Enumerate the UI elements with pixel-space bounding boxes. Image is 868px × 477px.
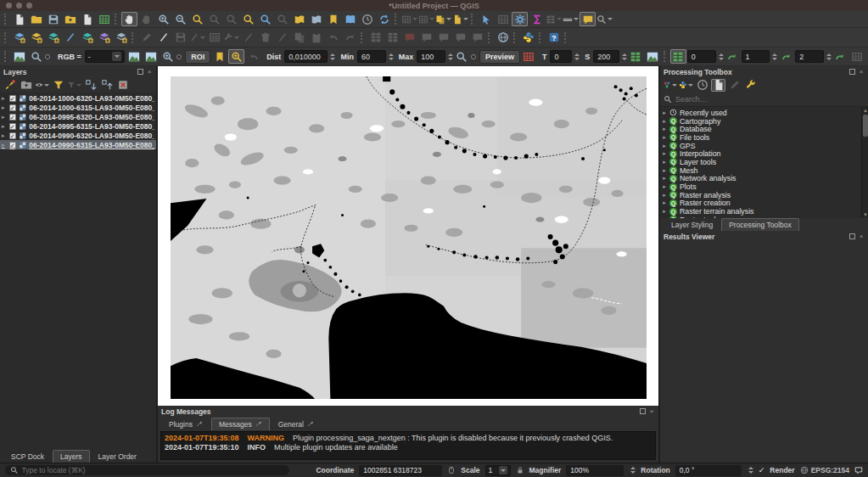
- expand-all-button[interactable]: [83, 79, 98, 92]
- layer-row-selected[interactable]: ▸✓06-2014-0990-6315-LA93-0M50-E080_U: [0, 140, 156, 149]
- log-body[interactable]: 2024-01-07T19:35:08 WARNING Plugin proce…: [160, 431, 656, 460]
- float-panel-icon[interactable]: [849, 69, 855, 75]
- layer-row[interactable]: ▸✓06-2014-0990-6320-LA93-0M50-E080_U: [0, 131, 156, 140]
- scale-combo[interactable]: 1: [485, 465, 511, 476]
- messages-bubble-icon[interactable]: [854, 466, 863, 474]
- layer-row[interactable]: ▸✓06-2014-0995-6320-LA93-0M50-E080_U: [0, 112, 156, 121]
- refresh-map-button[interactable]: [376, 12, 392, 26]
- reshape-features-button[interactable]: [240, 31, 256, 45]
- change-label-button[interactable]: [469, 31, 485, 45]
- close-panel-icon[interactable]: ×: [858, 69, 865, 76]
- map-raster[interactable]: [171, 76, 647, 399]
- new-annotation-button[interactable]: [596, 12, 613, 26]
- max-spinbox[interactable]: 100: [417, 50, 445, 63]
- coordinate-value[interactable]: 1002851 6318723: [359, 465, 442, 476]
- min-spinbox[interactable]: 60: [357, 50, 386, 63]
- scroll-up-icon[interactable]: ▲: [862, 107, 868, 114]
- save-project-button[interactable]: [45, 12, 61, 26]
- style-manager-button[interactable]: [96, 12, 112, 26]
- temporal-controller-button[interactable]: [359, 12, 375, 26]
- layer-checkbox[interactable]: ✓: [9, 132, 16, 139]
- tree-item-database[interactable]: ▸QDatabase: [662, 125, 868, 133]
- scp-zoom-to-roi-button[interactable]: [160, 49, 176, 64]
- expand-arrow-icon[interactable]: ▸: [2, 104, 7, 111]
- scp-scatter-plot-button[interactable]: [645, 49, 661, 64]
- tree-item-interpolation[interactable]: ▸QInterpolation: [662, 149, 868, 158]
- scp-grayscale-button[interactable]: [849, 49, 865, 64]
- roi-radio[interactable]: [176, 54, 182, 59]
- expand-arrow-icon[interactable]: ▸: [2, 114, 7, 121]
- toolbar-handle[interactable]: [4, 51, 8, 62]
- new-print-layout-button[interactable]: [79, 12, 95, 26]
- dist-spin-arrows[interactable]: [330, 53, 335, 60]
- layer-checkbox[interactable]: ✓: [9, 114, 16, 121]
- pan-to-selection-button[interactable]: [138, 12, 154, 26]
- clear-log-icon[interactable]: [196, 420, 203, 429]
- data-source-manager-button[interactable]: [11, 31, 27, 45]
- scp-rgb-bands-button[interactable]: [670, 49, 686, 64]
- tab-plugins[interactable]: Plugins: [161, 418, 210, 430]
- t-spinbox[interactable]: 0: [550, 50, 572, 63]
- measure-button[interactable]: [563, 12, 579, 26]
- zoom-to-native-button[interactable]: [206, 12, 222, 26]
- expand-arrow-icon[interactable]: ▸: [2, 132, 7, 139]
- float-panel-icon[interactable]: [137, 69, 143, 75]
- new-project-button[interactable]: [11, 12, 27, 26]
- zoom-to-selection-button[interactable]: [223, 12, 239, 26]
- help-button[interactable]: [546, 31, 562, 45]
- locate-input[interactable]: [22, 466, 284, 474]
- scp-polygon-roi-button[interactable]: [211, 49, 227, 64]
- locate-box[interactable]: [5, 465, 289, 475]
- tree-item-raster-analysis[interactable]: ▸QRaster analysis: [662, 191, 868, 199]
- add-delimited-text-layer-button[interactable]: [79, 31, 95, 45]
- toolbar-handle[interactable]: [4, 32, 8, 43]
- remove-layer-button[interactable]: [115, 79, 130, 92]
- scp-spectral-signature-button[interactable]: [628, 49, 644, 64]
- new-bookmark-button[interactable]: [325, 12, 341, 26]
- zoom-in-button[interactable]: [155, 12, 171, 26]
- paste-features-button[interactable]: [308, 31, 324, 45]
- copy-features-button[interactable]: [291, 31, 307, 45]
- close-panel-icon[interactable]: ×: [858, 233, 865, 240]
- scroll-down-icon[interactable]: ▼: [862, 211, 868, 218]
- options-button[interactable]: [743, 79, 758, 92]
- identify-features-button[interactable]: [478, 12, 494, 26]
- zoom-to-layer-button[interactable]: [240, 12, 256, 26]
- deselect-features-button[interactable]: [418, 12, 434, 26]
- tab-layers[interactable]: Layers: [53, 450, 90, 463]
- tree-item-gps[interactable]: ▸QGPS: [662, 142, 868, 150]
- processing-algorithm-tree[interactable]: ▸Recently used ▸QCartography ▸QDatabase …: [660, 106, 868, 218]
- undo-button[interactable]: [325, 31, 341, 45]
- new-map-view-button[interactable]: [291, 12, 307, 26]
- t-spin-arrows[interactable]: [574, 53, 580, 60]
- edit-features-inplace-button[interactable]: [727, 79, 742, 92]
- zoom-next-button[interactable]: [274, 12, 290, 26]
- layer-row[interactable]: ▸✓06-2014-1000-6320-LA93-0M50-E080_U: [0, 93, 156, 103]
- s-spinbox[interactable]: 200: [593, 50, 619, 63]
- tab-processing-toolbox[interactable]: Processing Toolbox: [721, 218, 799, 231]
- manage-map-themes-button[interactable]: [35, 79, 49, 92]
- band2-spin-arrows[interactable]: [826, 53, 832, 60]
- band0-spin-arrows[interactable]: [719, 53, 724, 60]
- move-label-button[interactable]: [435, 31, 451, 45]
- metasearch-button[interactable]: [495, 31, 511, 45]
- extents-toggle-icon[interactable]: [447, 466, 456, 474]
- tree-scrollbar[interactable]: ▲ ▼: [861, 107, 868, 218]
- scripts-button[interactable]: [679, 79, 693, 92]
- open-attribute-table-button[interactable]: [546, 12, 562, 26]
- pan-map-button[interactable]: [121, 12, 137, 26]
- rotation-spin-arrows[interactable]: [748, 467, 753, 474]
- band0-spinbox[interactable]: 0: [687, 50, 716, 63]
- layer-checkbox[interactable]: ✓: [9, 104, 16, 111]
- modify-attributes-button[interactable]: [223, 31, 239, 45]
- scp-redo-roi-button[interactable]: [245, 49, 261, 64]
- rotation-value[interactable]: 0,0 °: [675, 465, 742, 476]
- scp-activate-roi-pointer-button[interactable]: [228, 49, 244, 64]
- clear-log-icon[interactable]: [307, 420, 314, 429]
- layer-checkbox[interactable]: ✓: [9, 123, 16, 130]
- rgb-combo[interactable]: -: [85, 50, 126, 63]
- layer-diagram-button[interactable]: [384, 31, 400, 45]
- crs-badge[interactable]: EPSG:2154: [800, 466, 849, 474]
- zoom-out-button[interactable]: [172, 12, 188, 26]
- select-by-value-button[interactable]: [495, 12, 511, 26]
